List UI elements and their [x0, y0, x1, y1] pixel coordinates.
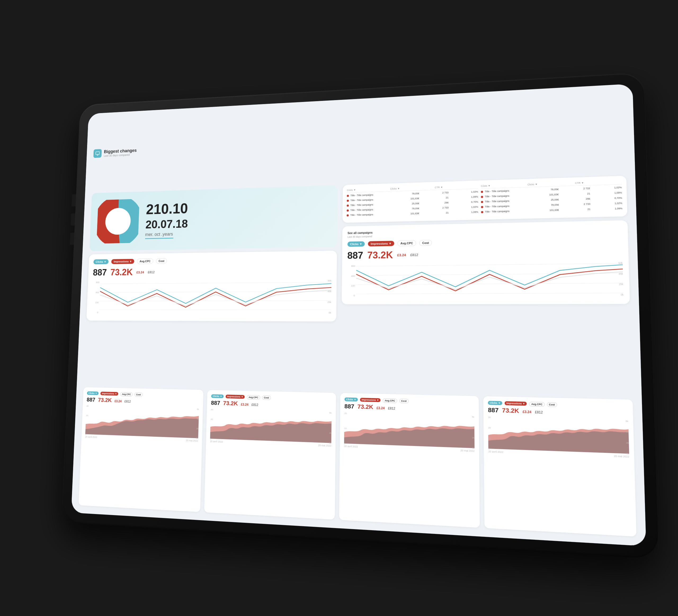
bc3-impressions-val: 73.2K: [357, 403, 373, 411]
header-text: Biggest changes Last 30 days compared: [104, 148, 137, 157]
row-clicks: 2 733: [421, 206, 448, 210]
svg-line-12: [356, 283, 623, 285]
bc2-clicks-chip[interactable]: Clicks ▼: [211, 394, 224, 398]
row-indicator: [481, 191, 483, 193]
bottom-card-3: Clicks ▼ Impressions ▼ Avg.CPC Cost 887 …: [339, 393, 480, 528]
row-ctr: 1,02%: [592, 186, 622, 190]
see-all-impressions-chip[interactable]: Impressions ▼: [368, 241, 394, 246]
bc4-avgcpc-chip[interactable]: Avg.CPC: [529, 402, 544, 407]
row-label: Title - Title campaigns: [350, 213, 391, 216]
see-all-y-right-25k: 25k: [619, 283, 624, 286]
bc1-cost-chip[interactable]: Cost: [134, 392, 143, 397]
table-row: Title - Title campaigns 101,63€ 21 1,09%: [481, 207, 623, 213]
see-all-clicks-chip[interactable]: Clicks ▼: [347, 241, 365, 247]
row-ctr: 1,02%: [450, 190, 478, 194]
row-clicks: 2 733: [560, 187, 590, 191]
tablet-device: Biggest changes Last 30 days compared: [62, 72, 659, 559]
see-all-y-right-0k: 0k: [620, 294, 624, 296]
y-right-0k: 0k: [329, 311, 331, 314]
bc1-avgcpc-chip[interactable]: Avg.CPC: [120, 392, 133, 396]
bc1-clicks-val: 887: [87, 396, 96, 403]
y-left-400: 400: [351, 275, 355, 277]
tablet-body: Biggest changes Last 30 days compared: [62, 72, 659, 559]
see-all-cost-chip[interactable]: Cost: [419, 240, 432, 246]
bc3-clicks-val: 887: [344, 403, 354, 410]
row-costs: 101,63€: [530, 208, 559, 212]
bc4-area-chart: 6k4k2k0k 3020100: [488, 416, 629, 455]
svg-line-13: [356, 293, 624, 294]
see-all-clicks: 887: [347, 250, 363, 261]
avgcpc-value: £3.24: [137, 270, 144, 274]
row-ctr: 1,09%: [450, 195, 478, 199]
row-label: Title - Title campaigns: [350, 198, 390, 202]
screen-content: Biggest changes Last 30 days compared: [71, 84, 646, 546]
row-label: Title - Title campaigns: [350, 208, 390, 211]
col-clicks-left: Clicks ▼: [390, 186, 433, 190]
clicks-value: 887: [93, 267, 107, 278]
row-label: Title - Title campaigns: [485, 194, 528, 198]
col-costs-left: Costs ▼: [347, 188, 388, 192]
bc3-cost-chip[interactable]: Cost: [399, 398, 408, 403]
power-button[interactable]: [70, 233, 74, 245]
pie-chart: 52%: [97, 199, 139, 244]
row-costs: 78,05€: [392, 192, 419, 196]
row-label: Title - Title campaigns: [485, 204, 528, 208]
row-clicks: 296: [421, 201, 448, 205]
bc4-avgcpc-val: £3.24: [523, 410, 531, 414]
see-all-cost: £812: [410, 253, 418, 257]
clicks-chip[interactable]: Clicks ▼: [93, 259, 109, 264]
see-all-avgcpc: £3.24: [397, 253, 406, 257]
pie-stats: 210.10 20.07.18 mer. oct .years: [145, 197, 330, 239]
bc3-impressions-chip[interactable]: Impressions ▼: [360, 398, 381, 402]
bottom-card-2: Clicks ▼ Impressions ▼ Avg.CPC Cost 887 …: [204, 390, 336, 519]
bc2-date-start: 20 avril 2022: [210, 440, 223, 443]
bc2-cost-chip[interactable]: Cost: [262, 395, 271, 400]
col-clicks-right: Clicks ▼: [527, 182, 573, 186]
bc3-date-end: 20 mai 2022: [460, 449, 475, 452]
blue-underline: [145, 238, 174, 239]
row-indicator: [347, 195, 349, 197]
bc4-date-start: 20 avril 2022: [488, 450, 503, 453]
see-all-y-right-45k: 45k: [619, 272, 623, 275]
row-ctr: 1,09%: [592, 207, 623, 210]
bc4-impressions-chip[interactable]: Impressions ▼: [504, 401, 527, 406]
bc1-impressions-chip[interactable]: Impressions ▼: [100, 391, 118, 395]
bc2-impressions-chip[interactable]: Impressions ▼: [226, 395, 245, 399]
volume-up-button[interactable]: [72, 194, 76, 206]
bc4-clicks-chip[interactable]: Clicks ▼: [488, 401, 502, 405]
bc4-cost-chip[interactable]: Cost: [547, 402, 557, 407]
cost-chip[interactable]: Cost: [156, 258, 167, 264]
big-number: 210.10: [146, 197, 330, 217]
row-label: Title - Title campaigns: [485, 209, 528, 213]
see-all-avgcpc-chip[interactable]: Avg.CPC: [398, 240, 416, 246]
row-indicator: [347, 204, 349, 206]
y-left-0: 0: [353, 294, 355, 297]
impressions-chip[interactable]: Impressions ▼: [111, 259, 134, 264]
row-indicator: [481, 211, 483, 213]
y-label-400: 400: [96, 291, 99, 294]
bc1-avgcpc-val: £3.24: [114, 399, 121, 403]
row-clicks: 2 733: [561, 203, 590, 206]
y-left-100: 100: [351, 284, 355, 287]
avgcpc-chip[interactable]: Avg.CPC: [137, 259, 153, 264]
row-costs: 25,06€: [529, 198, 559, 202]
row-clicks: 2 733: [421, 191, 448, 195]
bc1-clicks-chip[interactable]: Clicks ▼: [87, 391, 99, 395]
bc2-avgcpc-chip[interactable]: Avg.CPC: [247, 395, 260, 400]
y-label-0: 0: [97, 311, 98, 314]
impressions-value: 73.2K: [110, 267, 133, 278]
bottom-charts-grid: Clicks ▼ Impressions ▼ Avg.CPC Cost 887 …: [78, 387, 636, 537]
col-ctr-right: CTR ▼: [575, 180, 622, 185]
see-all-values-row: 887 73.2K £3.24 £812: [347, 246, 623, 261]
bc3-clicks-chip[interactable]: Clicks ▼: [345, 397, 358, 401]
y-label-800: 800: [96, 281, 99, 284]
line-chart-wrapper: 800 400 100 0: [91, 278, 331, 316]
row-clicks: 21: [560, 192, 590, 196]
row-indicator: [347, 209, 349, 211]
bc3-avgcpc-chip[interactable]: Avg.CPC: [383, 398, 397, 403]
bc2-date-end: 20 mai 2022: [318, 444, 331, 447]
volume-down-button[interactable]: [71, 214, 75, 226]
row-label: Title - Title campaigns: [350, 193, 390, 197]
bc3-date-start: 20 avril 2022: [344, 445, 358, 448]
svg-line-6: [100, 282, 332, 284]
